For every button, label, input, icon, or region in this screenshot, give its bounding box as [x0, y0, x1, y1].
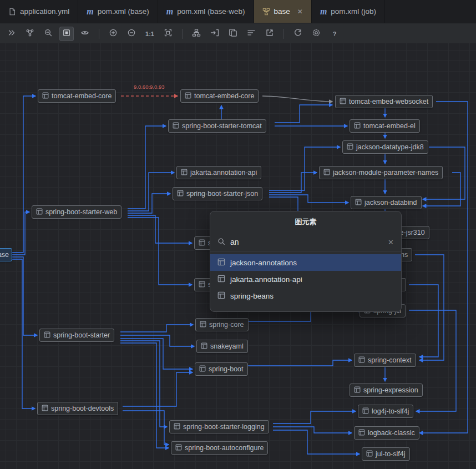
graph-edge	[120, 341, 167, 427]
settings-button[interactable]	[309, 27, 323, 41]
zoom-out-button[interactable]	[124, 27, 139, 41]
node-label: spring-boot-autoconfigure	[185, 444, 264, 452]
graph-node-jackson-module-parameter-names[interactable]: jackson-module-parameter-names	[319, 166, 443, 179]
graph-node-tomcat-embed-core[interactable]: tomcat-embed-core	[38, 89, 116, 103]
graph-node-tomcat-embed-core[interactable]: tomcat-embed-core	[180, 89, 259, 103]
fit-content-button[interactable]	[161, 27, 175, 41]
graph-edge	[128, 215, 192, 243]
graph-edge	[120, 343, 169, 448]
graph-node-jackson-datatype-jdk8[interactable]: jackson-datatype-jdk8	[342, 140, 428, 154]
clear-search-icon[interactable]: ✕	[388, 238, 394, 246]
library-icon	[173, 122, 179, 130]
tab-application-yml[interactable]: application.yml	[0, 0, 78, 23]
node-label: tomcat-embed-el	[363, 122, 416, 130]
graph-node-spring-boot[interactable]: spring-boot	[195, 362, 248, 376]
node-label: jackson-databind	[364, 199, 417, 206]
graph-edge	[128, 173, 174, 211]
node-label: jul-to-slf4j	[376, 450, 406, 458]
library-icon	[200, 321, 206, 329]
graph-node-tomcat-embed-websocket[interactable]: tomcat-embed-websocket	[335, 95, 433, 108]
graph-edge	[123, 411, 169, 445]
library-icon	[366, 450, 373, 458]
graph-edge	[120, 325, 193, 332]
popup-item-label: jakarta.annotation-api	[230, 275, 302, 284]
graph-node-spring-boot-starter-json[interactable]: spring-boot-starter-json	[173, 187, 262, 200]
tab-pom-xml-job[interactable]: mpom.xml (job)	[312, 0, 385, 23]
graph-node-spring-boot-starter-logging[interactable]: spring-boot-starter-logging	[169, 420, 269, 433]
zoom-in-button[interactable]	[106, 27, 120, 41]
tab-pom-xml-base[interactable]: mpom.xml (base)	[78, 0, 158, 23]
show-grid-button[interactable]	[59, 27, 74, 41]
toolbar-separator	[182, 29, 183, 39]
graph-node-snakeyaml[interactable]: snakeyaml	[196, 340, 248, 353]
graph-edge	[262, 96, 332, 102]
export-diagram-button[interactable]	[262, 27, 277, 41]
graph-node-spring-context[interactable]: spring-context	[354, 354, 416, 367]
edge-settings-button[interactable]	[244, 27, 259, 41]
graph-element-popup: 图元素 an ✕ jackson-annotationsjakarta.anno…	[210, 211, 402, 312]
graph-edge	[123, 372, 193, 406]
graph-edge	[12, 257, 37, 335]
graph-node-spring-core[interactable]: spring-core	[195, 318, 249, 331]
popup-item-jackson-annotations[interactable]: jackson-annotations	[210, 254, 401, 271]
graph-node-logback-classic[interactable]: logback-classic	[354, 426, 419, 440]
tab-base-diagram[interactable]: base✕	[254, 0, 312, 23]
node-label: logback-classic	[368, 429, 415, 437]
popup-search-field[interactable]: an ✕	[210, 233, 401, 252]
visibility-button[interactable]	[78, 27, 92, 41]
graph-node-jul-to-slf4j[interactable]: jul-to-slf4j	[362, 447, 410, 461]
close-tab-icon[interactable]: ✕	[297, 8, 303, 15]
graph-node-spring-boot-autoconfigure[interactable]: spring-boot-autoconfigure	[171, 441, 268, 455]
library-icon	[177, 190, 184, 198]
library-icon	[217, 258, 225, 268]
graph-node-spring-boot-starter[interactable]: spring-boot-starter	[39, 329, 114, 342]
node-label: jackson-module-parameter-names	[333, 169, 438, 176]
help-icon: ?	[333, 31, 337, 37]
graph-node-tomcat-embed-el[interactable]: tomcat-embed-el	[350, 119, 420, 133]
node-label: spring-boot-starter-web	[45, 208, 117, 216]
graph-node-spring-boot-starter-tomcat[interactable]: spring-boot-starter-tomcat	[168, 119, 266, 133]
node-label: tomcat-embed-websocket	[349, 98, 428, 105]
graph-edge	[128, 126, 166, 209]
graph-node-spring-boot-starter-web[interactable]: spring-boot-starter-web	[32, 205, 121, 219]
zoom-in-icon	[109, 28, 118, 39]
copy-diagram-button[interactable]	[226, 27, 240, 41]
graph-node-spring-expression[interactable]: spring-expression	[350, 384, 423, 397]
tab-pom-xml-base-web[interactable]: mpom.xml (base-web)	[158, 0, 254, 23]
node-label: spring-expression	[363, 386, 418, 394]
library-icon	[199, 239, 205, 248]
diagram-toolbar: 1:1?	[0, 23, 476, 44]
yaml-icon	[8, 8, 16, 16]
library-icon	[358, 356, 365, 365]
graph-node-log4j-to-slf4j[interactable]: log4j-to-slf4j	[358, 405, 413, 418]
diagram-canvas[interactable]: 9.0.60:9.0.93 tomcat-embed-coretomcat-em…	[0, 43, 476, 469]
popup-item-spring-beans[interactable]: spring-beans	[210, 288, 401, 304]
analyze-graph-button[interactable]	[23, 27, 37, 41]
help-button[interactable]: ?	[327, 27, 342, 41]
graph-node-base[interactable]: base	[0, 248, 12, 261]
popup-results-list: jackson-annotationsjakarta.annotation-ap…	[210, 252, 401, 311]
graph-node-jakarta.annotation-api[interactable]: jakarta.annotation-api	[176, 166, 261, 179]
graph-edge	[12, 96, 36, 253]
library-icon	[42, 92, 49, 100]
library-icon	[362, 407, 369, 416]
focus-node-button[interactable]	[207, 27, 222, 41]
library-icon	[323, 169, 330, 177]
refresh-button[interactable]	[291, 27, 305, 41]
show-grid-icon	[62, 28, 71, 39]
collapse-nodes-button[interactable]	[4, 27, 19, 41]
library-icon	[181, 169, 188, 177]
application-window: application.ymlmpom.xml (base)mpom.xml (…	[0, 0, 476, 44]
library-icon	[175, 444, 182, 452]
graph-node-spring-boot-devtools[interactable]: spring-boot-devtools	[37, 402, 118, 415]
actual-size-icon: 1:1	[145, 31, 154, 37]
edge-settings-icon	[247, 28, 256, 39]
actual-size-button[interactable]: 1:1	[143, 27, 157, 41]
graph-node-jackson-databind[interactable]: jackson-databind	[351, 196, 422, 209]
hierarchic-layout-button[interactable]	[189, 27, 204, 41]
library-icon	[354, 122, 361, 130]
tab-label: pom.xml (job)	[331, 7, 376, 16]
popup-item-jakarta.annotation-api[interactable]: jakarta.annotation-api	[210, 271, 401, 288]
zoom-out-icon	[127, 28, 136, 39]
zoom-select-button[interactable]	[41, 27, 55, 41]
